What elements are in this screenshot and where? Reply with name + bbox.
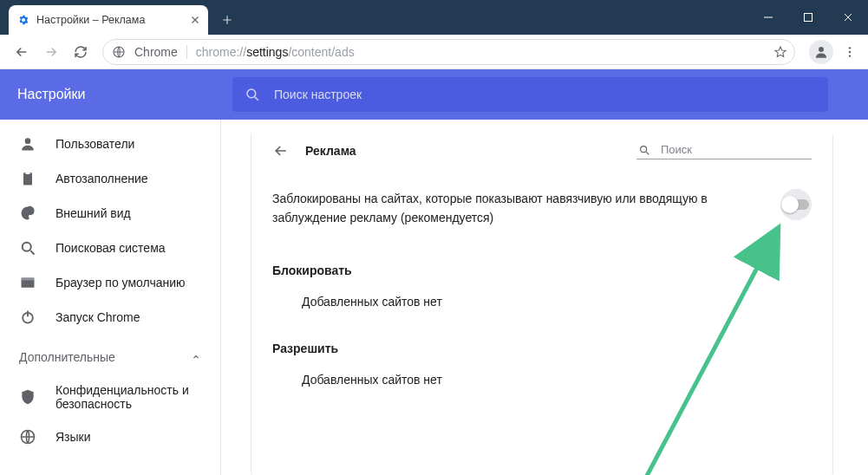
sidebar-item-languages[interactable]: Языки <box>0 420 220 454</box>
sidebar-item-label: Запуск Chrome <box>55 310 140 324</box>
settings-header: Настройки <box>0 69 868 120</box>
nav-forward-button[interactable] <box>38 39 64 65</box>
svg-rect-12 <box>22 277 35 280</box>
allow-empty-text: Добавленных сайтов нет <box>272 368 812 402</box>
person-icon <box>19 135 36 153</box>
sidebar-item-autofill[interactable]: Автозаполнение <box>0 161 220 196</box>
sidebar-item-label: Конфиденциальность и безопасность <box>55 383 194 411</box>
settings-sidebar: Пользователи Автозаполнение Внешний вид … <box>0 120 221 475</box>
sidebar-item-label: Внешний вид <box>55 206 131 220</box>
search-icon <box>19 239 36 257</box>
allow-section-title: Разрешить <box>272 333 812 368</box>
settings-search-box[interactable] <box>232 77 828 112</box>
svg-point-15 <box>641 146 647 152</box>
window-close[interactable] <box>828 0 868 35</box>
sidebar-item-label: Поисковая система <box>55 241 166 255</box>
globe-icon <box>19 428 36 446</box>
sidebar-item-label: Автозаполнение <box>55 172 148 185</box>
svg-point-10 <box>23 243 31 251</box>
sidebar-advanced-label: Дополнительные <box>19 350 115 364</box>
site-info-icon[interactable] <box>112 45 126 59</box>
back-arrow-icon[interactable] <box>272 142 290 159</box>
sidebar-item-default-browser[interactable]: Браузер по умолчанию <box>0 265 220 300</box>
profile-avatar[interactable] <box>809 40 833 64</box>
search-icon <box>638 144 650 156</box>
block-section-title: Блокировать <box>272 255 812 290</box>
svg-point-3 <box>849 47 851 49</box>
search-icon <box>245 87 260 102</box>
svg-point-6 <box>247 89 256 98</box>
page-title: Реклама <box>305 144 356 158</box>
window-maximize[interactable] <box>788 0 828 35</box>
subpage-header: Реклама <box>272 133 812 173</box>
sidebar-advanced-toggle[interactable]: Дополнительные <box>0 335 220 374</box>
svg-rect-0 <box>805 14 813 22</box>
toolbar: Chrome chrome://settings/content/ads <box>0 35 868 69</box>
sidebar-item-search-engine[interactable]: Поисковая система <box>0 231 220 265</box>
palette-icon <box>19 205 36 222</box>
sidebar-item-appearance[interactable]: Внешний вид <box>0 196 220 231</box>
svg-rect-8 <box>23 172 32 185</box>
nav-back-button[interactable] <box>9 39 35 65</box>
browser-tab-active[interactable]: Настройки – Реклама <box>9 5 208 35</box>
svg-rect-9 <box>26 172 30 174</box>
sidebar-item-users[interactable]: Пользователи <box>0 127 220 161</box>
tab-title: Настройки – Реклама <box>36 14 182 26</box>
window-minimize[interactable] <box>748 0 788 35</box>
settings-title: Настройки <box>0 87 232 102</box>
inpage-search[interactable] <box>636 142 812 159</box>
inpage-search-input[interactable] <box>659 142 808 157</box>
clipboard-icon <box>19 170 36 187</box>
settings-main: Пользователи Автозаполнение Внешний вид … <box>0 120 868 475</box>
svg-point-7 <box>25 138 31 144</box>
omnibox-divider <box>186 45 187 59</box>
sidebar-item-on-startup[interactable]: Запуск Chrome <box>0 300 220 335</box>
new-tab-button[interactable] <box>215 8 239 32</box>
svg-point-4 <box>849 50 851 52</box>
omnibox[interactable]: Chrome chrome://settings/content/ads <box>102 39 795 65</box>
sidebar-item-label: Языки <box>55 430 91 444</box>
ads-toggle-desc: Заблокированы на сайтах, которые показыв… <box>272 189 763 227</box>
chrome-menu-button[interactable] <box>837 39 863 65</box>
svg-point-2 <box>819 47 824 52</box>
block-empty-text: Добавленных сайтов нет <box>272 290 812 324</box>
nav-reload-button[interactable] <box>68 39 94 65</box>
sidebar-item-label: Пользователи <box>55 137 134 151</box>
ads-toggle-row: Заблокированы на сайтах, которые показыв… <box>272 173 812 246</box>
omnibox-url: chrome://settings/content/ads <box>196 45 355 59</box>
browser-window-icon <box>19 274 36 291</box>
bookmark-star-icon[interactable] <box>773 45 787 59</box>
shield-icon <box>19 388 36 406</box>
sidebar-item-label: Браузер по умолчанию <box>55 276 186 290</box>
window-controls <box>748 0 868 35</box>
chevron-up-icon <box>191 352 201 362</box>
settings-content-pane: Реклама Заблокированы на сайтах, которые… <box>221 120 868 475</box>
settings-search-input[interactable] <box>272 87 816 102</box>
omnibox-scheme-label: Chrome <box>134 45 178 59</box>
ads-toggle[interactable] <box>780 189 812 220</box>
close-tab-icon[interactable] <box>189 14 201 26</box>
sidebar-item-privacy[interactable]: Конфиденциальность и безопасность <box>0 374 220 420</box>
titlebar: Настройки – Реклама <box>0 0 868 35</box>
svg-point-5 <box>849 55 851 56</box>
content-card: Реклама Заблокированы на сайтах, которые… <box>251 133 833 475</box>
gear-icon <box>17 14 29 26</box>
power-icon <box>19 309 36 326</box>
